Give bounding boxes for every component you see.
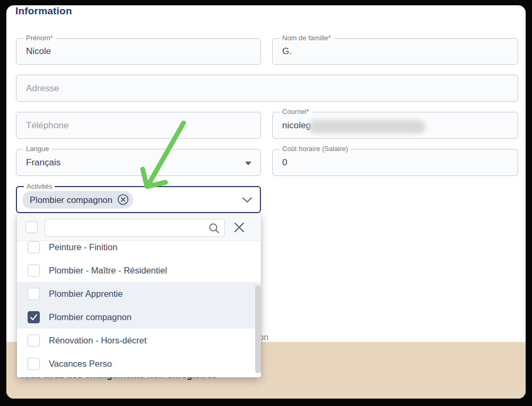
dropdown-search bbox=[45, 219, 225, 237]
checkbox-unchecked-icon[interactable] bbox=[28, 288, 40, 300]
email-value: nicoleg bbox=[282, 120, 311, 131]
first-name-label: Prénom* bbox=[23, 34, 56, 42]
phone-field[interactable]: Téléphone bbox=[16, 112, 261, 139]
options-list: Peinture - FinitionPlombier - Maître - R… bbox=[17, 241, 261, 377]
activities-dropdown-panel: Peinture - FinitionPlombier - Maître - R… bbox=[17, 214, 261, 377]
activity-option[interactable]: Vacances Perso bbox=[17, 352, 261, 375]
activity-option[interactable]: Peinture - Finition bbox=[17, 241, 261, 259]
activity-option-label: Rénovation - Hors-décret bbox=[49, 336, 146, 346]
activity-option[interactable]: Plombier Apprentie bbox=[17, 282, 261, 305]
activity-option-label: Peinture - Finition bbox=[49, 242, 117, 252]
checkbox-unchecked-icon[interactable] bbox=[28, 241, 40, 253]
activities-multiselect[interactable]: Activités Plombier compagnon bbox=[16, 186, 261, 213]
last-name-label: Nom de famille* bbox=[280, 34, 334, 42]
email-label: Courriel* bbox=[280, 108, 312, 116]
checkbox-unchecked-icon[interactable] bbox=[28, 334, 40, 347]
hourly-cost-value: 0 bbox=[282, 157, 287, 168]
activity-chip[interactable]: Plombier compagnon bbox=[22, 191, 133, 208]
hourly-cost-field[interactable]: Coût horaire (Salaire) 0 bbox=[272, 149, 518, 176]
last-name-value: G. bbox=[282, 46, 292, 57]
dropdown-search-input[interactable] bbox=[45, 219, 224, 236]
address-placeholder: Adresse bbox=[26, 83, 59, 94]
dropdown-scrollbar-thumb[interactable] bbox=[255, 285, 261, 373]
email-redaction-blur bbox=[309, 120, 425, 134]
hourly-cost-label: Coût horaire (Salaire) bbox=[280, 145, 351, 153]
activity-option-label: Vacances Perso bbox=[49, 359, 112, 369]
email-field[interactable]: Courriel* nicoleg bbox=[272, 112, 518, 139]
activity-option-label: Plombier - Maître - Résidentiel bbox=[49, 266, 167, 276]
select-all-checkbox[interactable] bbox=[25, 221, 38, 233]
activity-option-label: Plombier Apprentie bbox=[49, 289, 123, 299]
first-name-field[interactable]: Prénom* Nicole bbox=[16, 38, 261, 65]
checkbox-checked-icon[interactable] bbox=[28, 311, 40, 323]
information-card: Information Prénom* Nicole Nom de famill… bbox=[6, 5, 526, 399]
page-title: Information bbox=[15, 5, 72, 17]
close-icon[interactable] bbox=[233, 222, 245, 233]
activity-chip-label: Plombier compagnon bbox=[30, 195, 112, 205]
chip-remove-icon[interactable] bbox=[117, 194, 129, 206]
language-select[interactable]: Langue Français bbox=[16, 149, 261, 176]
language-label: Langue bbox=[23, 145, 51, 153]
activity-option[interactable]: Plombier compagnon bbox=[17, 305, 261, 329]
dropdown-header bbox=[17, 214, 261, 241]
caret-down-icon bbox=[245, 162, 251, 165]
activity-option[interactable]: Rénovation - Hors-décret bbox=[17, 329, 261, 352]
checkbox-unchecked-icon[interactable] bbox=[28, 358, 40, 370]
activities-label: Activités bbox=[24, 182, 55, 190]
address-field[interactable]: Adresse bbox=[16, 75, 518, 102]
language-value: Français bbox=[26, 157, 60, 168]
chevron-down-icon bbox=[242, 197, 252, 203]
last-name-field[interactable]: Nom de famille* G. bbox=[272, 38, 518, 65]
checkbox-unchecked-icon[interactable] bbox=[28, 264, 40, 277]
search-icon bbox=[208, 223, 220, 234]
phone-placeholder: Téléphone bbox=[26, 120, 68, 131]
activity-option-label: Plombier compagnon bbox=[49, 312, 132, 322]
activity-option[interactable]: Plombier - Maître - Résidentiel bbox=[17, 259, 261, 282]
first-name-value: Nicole bbox=[26, 46, 51, 57]
